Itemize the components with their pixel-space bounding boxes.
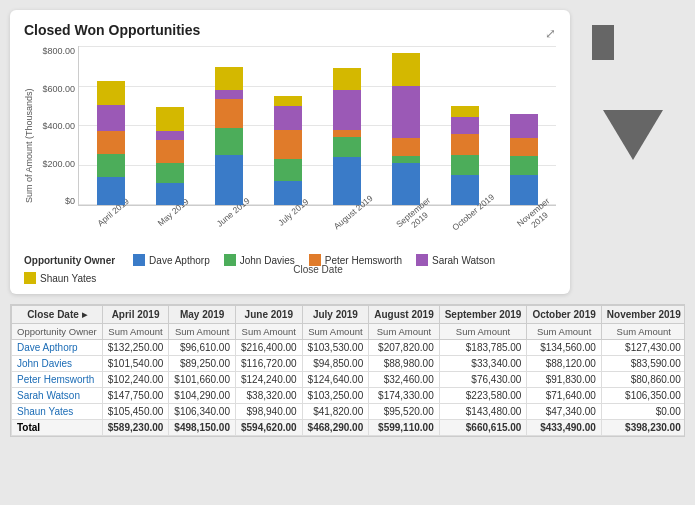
bar-stack-7: [510, 114, 538, 205]
bar-seg-peter-6: [451, 134, 479, 155]
table-body: Dave Apthorp$132,250.00$96,610.00$216,40…: [12, 340, 686, 436]
th-row2-6: Sum Amount: [439, 324, 527, 340]
legend-box-shaun: [24, 272, 36, 284]
total-val-3: $468,290.00: [302, 420, 369, 436]
bar-seg-dave-1: [156, 183, 184, 205]
legend-title: Opportunity Owner: [24, 255, 115, 266]
y-tick-800: $800.00: [36, 46, 75, 56]
bar-seg-peter-4: [333, 130, 361, 137]
th-row1-1: April 2019: [102, 306, 169, 324]
bar-seg-peter-0: [97, 131, 125, 154]
row-val-3-4: $174,330.00: [369, 388, 439, 404]
bar-seg-shaun-5: [392, 53, 420, 86]
bar-seg-dave-3: [274, 181, 302, 205]
bar-seg-dave-0: [97, 177, 125, 205]
th-row2-8: Sum Amount: [601, 324, 685, 340]
total-val-7: $398,230.00: [601, 420, 685, 436]
legend-label-dave: Dave Apthorp: [149, 255, 210, 266]
row-val-0-5: $183,785.00: [439, 340, 527, 356]
bar-seg-john-7: [510, 156, 538, 175]
bar-group-2: [201, 45, 256, 205]
bar-seg-shaun-3: [274, 96, 302, 106]
total-row: Total$589,230.00$498,150.00$594,620.00$4…: [12, 420, 686, 436]
row-val-4-4: $95,520.00: [369, 404, 439, 420]
th-row2-0[interactable]: Opportunity Owner: [12, 324, 103, 340]
legend-box-dave: [133, 254, 145, 266]
legend-item-dave: Dave Apthorp: [133, 254, 210, 266]
row-val-1-3: $94,850.00: [302, 356, 369, 372]
row-val-3-3: $103,250.00: [302, 388, 369, 404]
total-val-6: $433,490.00: [527, 420, 601, 436]
bar-stack-6: [451, 106, 479, 205]
row-val-1-7: $83,590.00: [601, 356, 685, 372]
row-name-3[interactable]: Sarah Watson: [12, 388, 103, 404]
th-row1-5: August 2019: [369, 306, 439, 324]
bar-seg-sarah-0: [97, 105, 125, 131]
bar-stack-3: [274, 96, 302, 205]
row-val-3-6: $71,640.00: [527, 388, 601, 404]
row-val-1-6: $88,120.00: [527, 356, 601, 372]
bar-stack-1: [156, 107, 184, 205]
row-val-1-4: $88,980.00: [369, 356, 439, 372]
row-val-0-3: $103,530.00: [302, 340, 369, 356]
bar-seg-shaun-0: [97, 81, 125, 105]
y-tick-200: $200.00: [36, 159, 75, 169]
th-row1-2: May 2019: [169, 306, 236, 324]
bar-group-6: [438, 45, 493, 205]
y-tick-600: $600.00: [36, 84, 75, 94]
row-val-3-0: $147,750.00: [102, 388, 169, 404]
row-val-0-6: $134,560.00: [527, 340, 601, 356]
row-val-4-3: $41,820.00: [302, 404, 369, 420]
bar-stack-2: [215, 67, 243, 205]
row-val-1-5: $33,340.00: [439, 356, 527, 372]
th-row1-0[interactable]: Close Date ▸: [12, 306, 103, 324]
row-val-2-4: $32,460.00: [369, 372, 439, 388]
total-val-4: $599,110.00: [369, 420, 439, 436]
bar-seg-john-0: [97, 154, 125, 177]
total-val-0: $589,230.00: [102, 420, 169, 436]
row-val-3-5: $223,580.00: [439, 388, 527, 404]
bar-seg-peter-3: [274, 130, 302, 159]
total-val-2: $594,620.00: [235, 420, 302, 436]
bar-seg-shaun-2: [215, 67, 243, 90]
row-val-2-3: $124,640.00: [302, 372, 369, 388]
row-val-0-2: $216,400.00: [235, 340, 302, 356]
bar-seg-john-2: [215, 128, 243, 155]
row-val-2-2: $124,240.00: [235, 372, 302, 388]
y-axis-label: Sum of Amount (Thousands): [24, 46, 34, 246]
row-val-4-5: $143,480.00: [439, 404, 527, 420]
data-table: Close Date ▸April 2019May 2019June 2019J…: [11, 305, 685, 436]
row-name-2[interactable]: Peter Hemsworth: [12, 372, 103, 388]
bar-seg-dave-6: [451, 175, 479, 205]
chart-area: Sum of Amount (Thousands) $800.00 $600.0…: [24, 46, 556, 246]
th-row2-2: Sum Amount: [169, 324, 236, 340]
arrow-shaft: [592, 25, 614, 60]
row-val-4-0: $105,450.00: [102, 404, 169, 420]
arrow-down-shape: [603, 110, 663, 195]
bar-group-1: [142, 45, 197, 205]
row-val-0-4: $207,820.00: [369, 340, 439, 356]
legend-item-shaun: Shaun Yates: [24, 272, 96, 284]
expand-icon[interactable]: ⤢: [545, 26, 556, 41]
row-val-2-1: $101,660.00: [169, 372, 236, 388]
bars-container: [78, 46, 556, 206]
bar-group-5: [379, 45, 434, 205]
total-label: Total: [12, 420, 103, 436]
row-val-3-1: $104,290.00: [169, 388, 236, 404]
bar-seg-peter-7: [510, 138, 538, 156]
bar-seg-sarah-5: [392, 86, 420, 138]
top-section: Closed Won Opportunities ⤢ Sum of Amount…: [10, 10, 685, 294]
row-val-3-2: $38,320.00: [235, 388, 302, 404]
row-name-1[interactable]: John Davies: [12, 356, 103, 372]
row-name-4[interactable]: Shaun Yates: [12, 404, 103, 420]
chart-card: Closed Won Opportunities ⤢ Sum of Amount…: [10, 10, 570, 294]
legend-label-john: John Davies: [240, 255, 295, 266]
table-card: Close Date ▸April 2019May 2019June 2019J…: [10, 304, 685, 437]
row-name-0[interactable]: Dave Apthorp: [12, 340, 103, 356]
bar-seg-dave-2: [215, 155, 243, 205]
row-val-2-6: $91,830.00: [527, 372, 601, 388]
th-row1-8: November 2019: [601, 306, 685, 324]
row-val-4-6: $47,340.00: [527, 404, 601, 420]
chart-title: Closed Won Opportunities: [24, 22, 200, 38]
arrow-head: [603, 110, 663, 160]
